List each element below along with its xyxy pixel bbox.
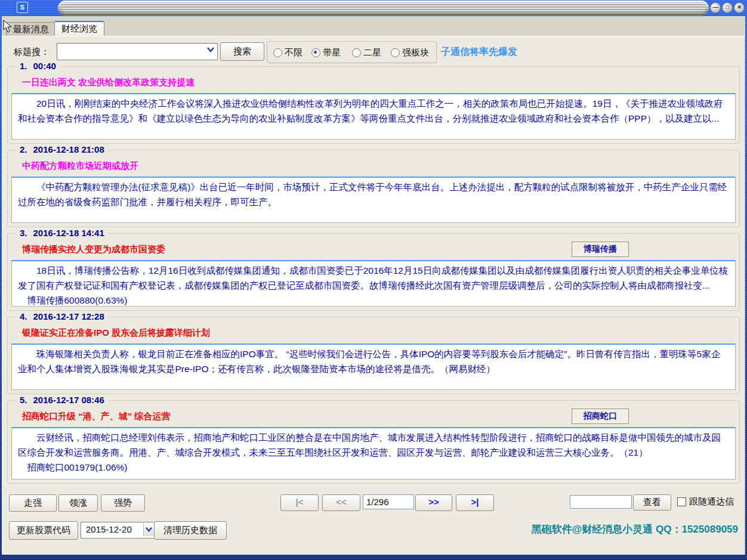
news-item-title[interactable]: 中药配方颗粒市场近期或放开 [8,150,739,172]
view-button[interactable]: 查看 [633,494,671,511]
news-item: 2.2016-12-18 21:08 中药配方颗粒市场近期或放开 《中药配方颗粒… [7,150,740,227]
news-item-text: 云财经讯，招商蛇口总经理刘伟表示，招商地产和蛇口工业区的整合是在中国房地产、城市… [18,430,729,460]
news-item-header: 3.2016-12-18 14:41 [16,228,108,238]
follow-tdx-label: 跟随通达信 [689,496,734,508]
radio-two-star-dot[interactable] [352,48,361,57]
update-stock-codes-button[interactable]: 更新股票代码 [9,521,78,540]
news-item-text: 珠海银隆相关负责人称，银龙目前正在准备相应的IPO事宜。 “迟些时候我们会进行公… [18,346,729,376]
radio-unlimited-dot[interactable] [273,48,282,57]
news-item-time: 2016-12-17 12:28 [33,311,104,321]
search-button[interactable]: 搜索 [220,42,264,61]
app-icon: S [17,2,28,13]
pager-first-button[interactable]: |< [280,494,319,511]
date-combobox[interactable]: 2015-12-20 [81,522,155,539]
stock-tag-button[interactable]: 招商蛇口 [572,409,629,424]
clean-history-button[interactable]: 清理历史数据 [154,521,227,540]
news-item-header: 5.2016-12-17 08:46 [16,395,108,405]
control-row-2: 更新股票代码 2015-12-20 清理历史数据 黑砲软件@财经消息小灵通 QQ… [2,521,745,540]
title-bar[interactable]: S — □ ✕ [0,0,747,16]
search-row: 标题搜： 搜索 不限 带星 [2,41,745,64]
news-item: 5.2016-12-17 08:46 招商蛇口升级 “港、产、城” 综合运营 招… [7,400,740,484]
news-item-time: 00:40 [33,61,56,71]
news-item-text: 《中药配方颗粒管理办法(征求意见稿)》出台已近一年时间，市场预计，正式文件将于今… [18,180,729,209]
news-item-number: 1. [20,61,27,71]
close-button[interactable]: ✕ [734,2,745,13]
news-item-header: 2.2016-12-18 21:08 [16,144,108,154]
tab-latest-news[interactable]: 最新消息 [6,22,56,36]
app-window: S — □ ✕ 最新消息 财经浏览 标题搜： [0,0,747,560]
news-item-stock: 博瑞传播600880(0.63%) [18,293,729,307]
radio-strong-sector[interactable]: 强板块 [391,47,429,58]
radio-two-star[interactable]: 二星 [352,47,381,58]
follow-tdx-checkbox[interactable] [677,497,686,506]
news-item-time: 2016-12-18 14:41 [33,228,104,238]
date-value: 2015-12-20 [86,524,132,534]
title-search-combobox[interactable] [57,43,218,60]
stock-lookup-input[interactable] [570,495,632,509]
radio-starred[interactable]: 带星 [311,47,341,58]
news-item-header: 1.00:40 [16,61,60,71]
news-item-stock: 招商蛇口001979(1.06%) [18,460,729,475]
news-item-number: 5. [20,395,27,405]
maximize-button[interactable]: □ [722,2,733,13]
radio-unlimited[interactable]: 不限 [273,47,302,58]
software-credit: 黑砲软件@财经消息小灵通 QQ：1525089059 [532,522,738,536]
control-row-1: 走强 领涨 强势 |< << >> >| 查看 跟随通达信 [2,494,745,512]
combobox-dropdown-icon[interactable] [205,45,216,57]
news-item-number: 4. [20,311,27,321]
minimize-button[interactable]: — [710,2,721,13]
radio-strong-sector-dot[interactable] [391,48,400,57]
title-bar-band [58,1,709,16]
radio-starred-label: 带星 [323,47,341,58]
news-item-title[interactable]: 银隆证实正在准备IPO 股东会后将披露详细计划 [8,317,739,339]
tab-strip: 最新消息 财经浏览 [2,16,745,36]
news-item-time: 2016-12-18 21:08 [33,144,104,154]
date-dropdown-icon[interactable] [143,523,154,536]
gainers-button[interactable]: 领涨 [58,494,98,512]
pager-last-button[interactable]: >| [456,494,494,511]
news-item: 3.2016-12-18 14:41 博瑞传播实控人变更为成都市国资委 博瑞传播… [7,233,740,311]
window-controls: — □ ✕ [710,2,745,13]
news-item-time: 2016-12-17 08:46 [33,395,104,405]
news-item: 1.00:40 一日连出两文 农业供给侧改革政策支持提速 20日讯，刚刚结束的中… [7,66,740,144]
news-item-header: 4.2016-12-17 12:28 [16,311,108,321]
star-filter-group: 不限 带星 二星 强板块 [267,41,437,63]
pager-prev-button[interactable]: << [322,494,360,511]
title-search-label: 标题搜： [14,47,50,58]
stock-tag-button[interactable]: 博瑞传播 [572,242,629,257]
radio-strong-sector-label: 强板块 [402,47,429,58]
news-item-title[interactable]: 招商蛇口升级 “港、产、城” 综合运营 [8,401,739,422]
pager-next-button[interactable]: >> [415,494,452,511]
mouse-cursor-icon [3,20,12,35]
news-item-body[interactable]: 云财经讯，招商蛇口总经理刘伟表示，招商地产和蛇口工业区的整合是在中国房地产、城市… [11,427,736,479]
pager-page-input[interactable] [363,494,414,509]
main-panel: 标题搜： 搜索 不限 带星 [2,36,745,555]
news-item-number: 3. [20,228,27,238]
tab-finance-browse[interactable]: 财经浏览 [54,21,104,36]
radio-two-star-label: 二星 [363,47,381,58]
news-item-title[interactable]: 博瑞传播实控人变更为成都市国资委 [8,234,739,255]
news-item-body[interactable]: 18日讯，博瑞传播公告称，12月16日收到成都传媒集团通知，成都市国资委已于20… [11,260,736,307]
news-item-body[interactable]: 20日讯，刚刚结束的中央经济工作会议将深入推进农业供给侧结构性改革列为明年的四大… [11,93,736,140]
headline-marquee[interactable]: 子通信将率先爆发 [441,46,517,58]
window-client-area: 最新消息 财经浏览 标题搜： 搜索 不限 [2,16,745,555]
radio-unlimited-label: 不限 [285,47,302,58]
radio-starred-dot[interactable] [311,48,320,57]
news-item: 4.2016-12-17 12:28 银隆证实正在准备IPO 股东会后将披露详细… [7,317,740,394]
news-item-body[interactable]: 《中药配方颗粒管理办法(征求意见稿)》出台已近一年时间，市场预计，正式文件将于今… [11,177,736,223]
news-item-title[interactable]: 一日连出两文 农业供给侧改革政策支持提速 [8,67,739,88]
strong-button[interactable]: 强势 [101,494,145,512]
news-item-body[interactable]: 珠海银隆相关负责人称，银龙目前正在准备相应的IPO事宜。 “迟些时候我们会进行公… [11,344,736,390]
news-item-text: 20日讯，刚刚结束的中央经济工作会议将深入推进农业供给侧结构性改革列为明年的四大… [18,96,729,126]
news-item-number: 2. [20,144,27,154]
strengthening-button[interactable]: 走强 [9,494,57,512]
news-item-text: 18日讯，博瑞传播公告称，12月16日收到成都传媒集团通知，成都市国资委已于20… [18,263,729,293]
